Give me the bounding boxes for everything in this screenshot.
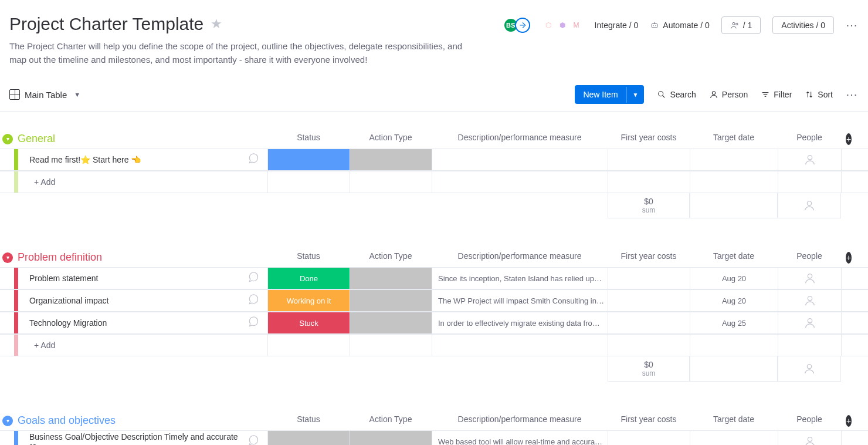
col-header-description[interactable]: Description/performance measure: [432, 411, 608, 430]
group-collapse-icon[interactable]: ▾: [2, 252, 13, 263]
new-item-dropdown-icon[interactable]: ▼: [626, 87, 645, 103]
people-icon: [730, 21, 740, 30]
people-cell[interactable]: [778, 149, 841, 170]
add-item-row[interactable]: + Add: [0, 334, 868, 356]
add-column-icon[interactable]: +: [846, 252, 852, 264]
costs-cell[interactable]: [608, 431, 690, 445]
status-cell[interactable]: Done: [267, 268, 350, 289]
col-header-costs[interactable]: First year costs: [608, 248, 690, 267]
activities-button[interactable]: Activities / 0: [772, 16, 834, 34]
app-integration-icons[interactable]: ⬡ ⬢ M: [542, 19, 583, 32]
costs-cell[interactable]: [608, 312, 690, 333]
action-type-cell[interactable]: [350, 149, 432, 170]
add-column-icon[interactable]: +: [846, 133, 852, 145]
board-members-avatars[interactable]: BS: [503, 18, 530, 33]
group-title[interactable]: General: [18, 133, 55, 145]
description-cell[interactable]: In order to effectively migrate existing…: [432, 312, 608, 333]
table-row[interactable]: Problem statementDoneSince its inception…: [0, 267, 868, 289]
status-cell[interactable]: Working on it: [267, 290, 350, 311]
col-header-description[interactable]: Description/performance measure: [432, 129, 608, 149]
conversation-icon[interactable]: [247, 271, 259, 286]
status-cell[interactable]: [267, 431, 350, 445]
col-header-status[interactable]: Status: [267, 248, 350, 267]
status-cell[interactable]: Stuck: [267, 312, 350, 333]
toolbar-menu-icon[interactable]: ⋯: [846, 87, 859, 102]
target-date-sum-cell[interactable]: [690, 193, 778, 218]
col-header-costs[interactable]: First year costs: [608, 411, 690, 430]
costs-sum-cell[interactable]: $0sum: [608, 356, 690, 382]
action-type-cell[interactable]: [350, 290, 432, 311]
costs-cell[interactable]: [608, 149, 690, 170]
view-tab-main-table[interactable]: Main Table ▼: [9, 89, 80, 100]
description-cell[interactable]: Since its inception, Staten Island has r…: [432, 268, 608, 289]
add-item-row[interactable]: + Add: [0, 171, 868, 193]
target-date-cell[interactable]: Aug 25: [690, 312, 778, 333]
board-menu-icon[interactable]: ⋯: [846, 18, 859, 32]
favorite-star-icon[interactable]: ★: [211, 16, 222, 32]
item-name-cell[interactable]: Technology Migration: [0, 312, 267, 333]
col-header-description[interactable]: Description/performance measure: [432, 248, 608, 267]
table-row[interactable]: Business Goal/Objective Description Time…: [0, 430, 868, 445]
target-date-sum-cell[interactable]: [690, 356, 778, 382]
col-header-target-date[interactable]: Target date: [690, 411, 778, 430]
people-cell[interactable]: [778, 290, 841, 311]
sort-button[interactable]: Sort: [805, 90, 833, 99]
chevron-down-icon: ▼: [74, 91, 80, 98]
people-cell[interactable]: [778, 431, 841, 445]
person-filter-button[interactable]: Person: [709, 90, 748, 99]
action-type-cell[interactable]: [350, 312, 432, 333]
col-header-status[interactable]: Status: [267, 129, 350, 149]
new-item-button[interactable]: New Item ▼: [575, 85, 644, 104]
table-row[interactable]: Organizational impactWorking on itThe WP…: [0, 289, 868, 312]
item-name-cell[interactable]: Read me first!⭐ Start here 👈: [0, 149, 267, 170]
target-date-cell[interactable]: [690, 431, 778, 445]
description-cell[interactable]: Web based tool will allow real-time and …: [432, 431, 608, 445]
costs-cell[interactable]: [608, 268, 690, 289]
table-row[interactable]: Read me first!⭐ Start here 👈: [0, 149, 868, 171]
item-name-cell[interactable]: Business Goal/Objective Description Time…: [0, 431, 267, 445]
col-header-people[interactable]: People: [778, 411, 841, 430]
members-button[interactable]: / 1: [721, 16, 761, 34]
col-header-action-type[interactable]: Action Type: [350, 248, 432, 267]
col-header-people[interactable]: People: [778, 248, 841, 267]
people-sum-cell[interactable]: [778, 193, 841, 218]
item-name-cell[interactable]: Organizational impact: [0, 290, 267, 311]
conversation-icon[interactable]: [247, 153, 259, 167]
costs-sum-cell[interactable]: $0sum: [608, 193, 690, 218]
target-date-cell[interactable]: Aug 20: [690, 290, 778, 311]
people-sum-cell[interactable]: [778, 356, 841, 382]
search-button[interactable]: Search: [657, 90, 696, 99]
add-column-icon[interactable]: +: [846, 415, 852, 427]
action-type-cell[interactable]: [350, 431, 432, 445]
description-cell[interactable]: [432, 149, 608, 170]
action-type-cell[interactable]: [350, 268, 432, 289]
people-cell[interactable]: [778, 268, 841, 289]
group-general: ▾GeneralStatusAction TypeDescription/per…: [0, 129, 868, 218]
col-header-target-date[interactable]: Target date: [690, 248, 778, 267]
people-cell[interactable]: [778, 312, 841, 333]
description-cell[interactable]: The WP Project will impact Smith Consult…: [432, 290, 608, 311]
target-date-cell[interactable]: [690, 149, 778, 170]
conversation-icon[interactable]: [247, 434, 259, 446]
group-collapse-icon[interactable]: ▾: [2, 134, 13, 144]
item-name-cell[interactable]: Problem statement: [0, 268, 267, 289]
costs-cell[interactable]: [608, 290, 690, 311]
col-header-action-type[interactable]: Action Type: [350, 411, 432, 430]
table-row[interactable]: Technology MigrationStuckIn order to eff…: [0, 312, 868, 334]
page-title[interactable]: Project Charter Template: [9, 14, 204, 34]
target-date-cell[interactable]: Aug 20: [690, 268, 778, 289]
conversation-icon[interactable]: [247, 316, 259, 331]
filter-button[interactable]: Filter: [761, 90, 792, 99]
group-collapse-icon[interactable]: ▾: [2, 416, 13, 426]
col-header-costs[interactable]: First year costs: [608, 129, 690, 149]
col-header-action-type[interactable]: Action Type: [350, 129, 432, 149]
group-title[interactable]: Goals and objectives: [18, 414, 116, 427]
integrate-link[interactable]: Integrate / 0: [595, 21, 639, 30]
col-header-target-date[interactable]: Target date: [690, 129, 778, 149]
col-header-status[interactable]: Status: [267, 411, 350, 430]
group-title[interactable]: Problem definition: [18, 251, 102, 264]
automate-link[interactable]: Automate / 0: [650, 21, 709, 30]
status-cell[interactable]: [267, 149, 350, 170]
col-header-people[interactable]: People: [778, 129, 841, 149]
conversation-icon[interactable]: [247, 294, 259, 308]
